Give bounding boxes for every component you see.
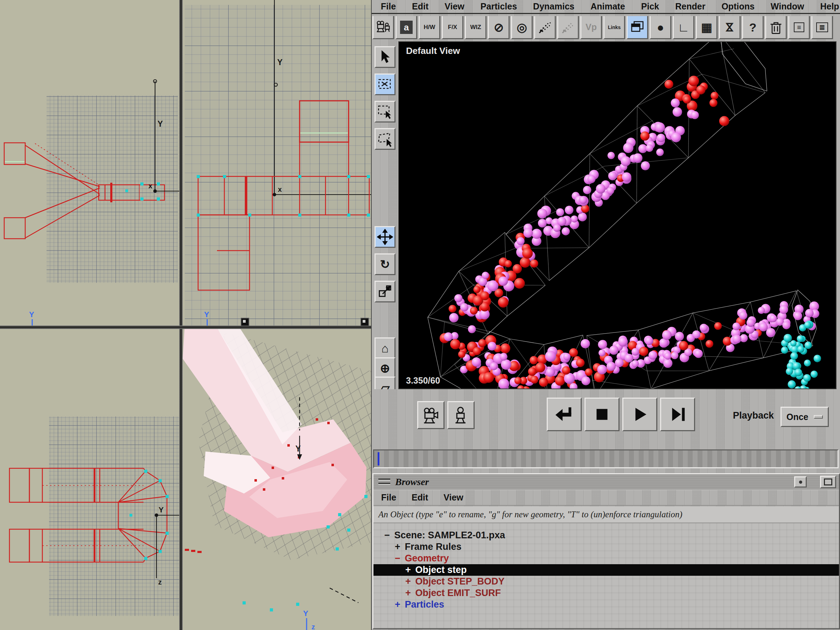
menu-item-particles[interactable]: Particles (480, 2, 517, 11)
stop-icon (592, 404, 612, 424)
home-view-button[interactable]: ⌂ (374, 337, 395, 359)
tree-item-geometry[interactable]: − Geometry (373, 553, 839, 564)
tree-expand-icon[interactable]: + (404, 576, 413, 587)
region-select-button[interactable] (374, 128, 395, 150)
trash-button[interactable] (765, 16, 787, 39)
menu-item-edit[interactable]: Edit (412, 2, 428, 11)
hourglass-button[interactable]: ⋈ (719, 16, 741, 39)
go-to-end-icon (668, 404, 687, 424)
particle-spray-off-icon (560, 19, 576, 35)
scene-cameras-button[interactable] (373, 16, 394, 39)
menu-item-dynamics[interactable]: Dynamics (533, 2, 574, 11)
scale-tool-button[interactable] (374, 281, 395, 302)
menu-item-edit[interactable]: Edit (412, 493, 428, 503)
main-panel: FileEditViewParticlesDynamicsAnimatePick… (371, 0, 840, 630)
viewport-top[interactable]: Y z (0, 329, 179, 630)
help-button[interactable]: ? (742, 16, 764, 39)
snapshot-camera-button[interactable] (447, 401, 475, 429)
menu-item-view[interactable]: View (445, 2, 464, 11)
attributes-button[interactable]: a (395, 16, 417, 39)
default-view-viewport[interactable]: Default View 3.350/60 (398, 41, 837, 389)
particle-spray-button[interactable] (534, 16, 556, 39)
hardware-shading-button[interactable]: H/W (418, 16, 440, 39)
browser-title: Browser (395, 476, 429, 488)
disable-button[interactable]: ⊘ (488, 16, 510, 39)
component-select-button[interactable] (374, 74, 395, 95)
menu-item-render[interactable]: Render (675, 2, 705, 11)
effects-button[interactable]: F/X (442, 16, 463, 39)
window-maximize-button[interactable] (820, 476, 836, 488)
tree-expand-icon[interactable]: + (404, 565, 413, 575)
pointer-button[interactable] (374, 46, 395, 68)
wizard-button[interactable]: WIZ (465, 16, 486, 39)
tree-expand-icon[interactable]: + (393, 599, 402, 610)
window-menu-icon[interactable] (376, 476, 392, 487)
center-view-icon: ⊕ (380, 362, 390, 374)
render-region-button[interactable]: ◎ (511, 16, 533, 39)
window-copy-button[interactable] (627, 16, 648, 39)
viewport-vp-button[interactable]: Vp (580, 16, 602, 39)
go-to-end-button[interactable] (660, 398, 695, 431)
corner-ruler-button[interactable]: ∟ (673, 16, 695, 39)
front-axis-h-label: x (148, 182, 152, 190)
rotate-tool-button[interactable]: ↻ (374, 253, 395, 275)
marquee-select-button[interactable] (374, 101, 395, 123)
notes-list-alt-button[interactable]: ≣ (811, 16, 833, 39)
tree-expand-icon[interactable]: − (382, 530, 392, 541)
browser-titlebar[interactable]: Browser (373, 474, 839, 489)
menu-item-animate[interactable]: Animate (591, 2, 625, 11)
tree-item-frame-rules[interactable]: + Frame Rules (373, 541, 839, 553)
viewport-perspective[interactable]: Y Y z (183, 329, 371, 630)
viewport-side[interactable]: Y x (183, 0, 371, 325)
tree-expand-icon[interactable]: + (404, 587, 413, 598)
tree-item-object-emit-surf[interactable]: + Object EMIT_SURF (373, 587, 839, 599)
vertical-pane-divider[interactable] (179, 0, 183, 630)
tree-expand-icon[interactable]: + (393, 542, 402, 552)
menu-item-window[interactable]: Window (771, 2, 804, 11)
menu-item-options[interactable]: Options (722, 2, 754, 11)
browser-menu-bar: FileEditView (373, 489, 839, 506)
tree-item-particles[interactable]: + Particles (373, 599, 839, 610)
perspective-axis-label: Y (295, 444, 301, 453)
frame-counter: 3.350/60 (406, 376, 440, 386)
links-button[interactable]: Links (603, 16, 625, 39)
pane-resize-handle[interactable] (360, 318, 369, 326)
front-gizmo-v: Y (29, 310, 34, 319)
window-minimize-button[interactable] (794, 476, 807, 488)
notes-list-button[interactable]: ≡ (788, 16, 810, 39)
timeline-scrub-bar[interactable] (373, 449, 838, 468)
tree-item-object-step[interactable]: + Object step (373, 564, 839, 576)
quadrant-views-area: Y x Y x Y (0, 0, 371, 630)
timeline-cursor[interactable] (377, 452, 379, 466)
pane-resize-handle[interactable] (241, 318, 249, 326)
viewport-front[interactable]: Y x Y x (0, 0, 179, 325)
tree-item-scene-sample2-01-pxa[interactable]: − Scene: SAMPLE2-01.pxa (373, 529, 839, 541)
menu-item-help[interactable]: Help (820, 2, 839, 11)
stop-button[interactable] (584, 398, 619, 431)
particle-spray-off-button[interactable] (557, 16, 579, 39)
menu-item-view[interactable]: View (444, 493, 463, 503)
tree-item-object-step-body[interactable]: + Object STEP_BODY (373, 576, 839, 587)
go-to-start-button[interactable] (547, 398, 582, 431)
go-to-start-icon (554, 404, 574, 424)
top-axis-down-label: z (158, 578, 162, 586)
menu-item-file[interactable]: File (381, 2, 396, 11)
menu-item-file[interactable]: File (381, 493, 396, 503)
playback-mode-dropdown[interactable]: Once (780, 407, 829, 427)
menu-bar: FileEditViewParticlesDynamicsAnimatePick… (372, 0, 840, 14)
play-button[interactable] (622, 398, 657, 431)
viewport-scene[interactable] (399, 42, 836, 388)
links-icon: Links (608, 25, 621, 30)
move-tool-button[interactable] (374, 226, 395, 248)
attributes-icon: a (400, 21, 413, 34)
preview-cameras-button[interactable] (417, 401, 445, 429)
side-axis-h-label: x (278, 185, 282, 193)
front-axis-v-label: Y (158, 119, 163, 128)
shaded-sphere-button[interactable]: ● (650, 16, 671, 39)
horizontal-pane-divider[interactable] (0, 325, 371, 329)
render-region-icon: ◎ (516, 21, 527, 33)
grid-snap-button[interactable]: ▦ (696, 16, 717, 39)
tree-expand-icon[interactable]: − (393, 553, 402, 564)
menu-item-pick[interactable]: Pick (641, 2, 659, 11)
center-view-button[interactable]: ⊕ (374, 357, 395, 379)
